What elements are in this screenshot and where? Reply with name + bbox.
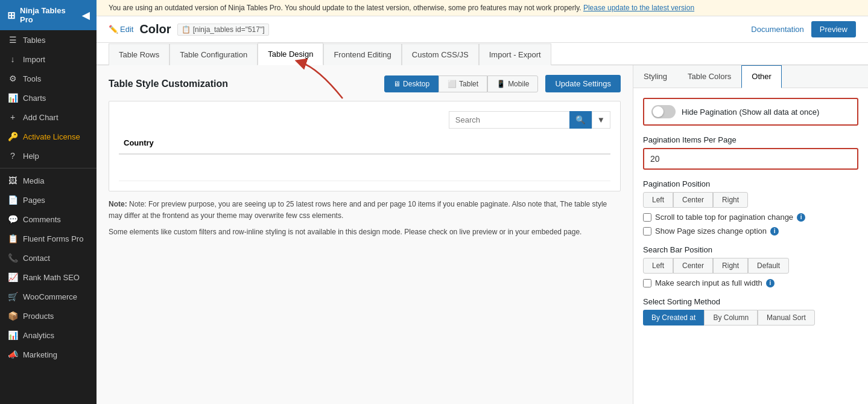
- desktop-button[interactable]: 🖥 Desktop: [384, 75, 439, 92]
- sidebar-item-fluent-forms[interactable]: 📋 Fluent Forms Pro: [0, 229, 97, 248]
- pages-icon: 📄: [7, 195, 18, 205]
- search-right-button[interactable]: Right: [713, 258, 748, 274]
- search-default-button[interactable]: Default: [748, 258, 789, 274]
- tab-table-configuration[interactable]: Table Configuration: [169, 43, 258, 65]
- import-icon: ↓: [7, 54, 18, 64]
- right-panel-tabs: Styling Table Colors Other: [633, 65, 868, 88]
- pagination-items-label: Pagination Items Per Page: [643, 135, 858, 144]
- sidebar-item-contact[interactable]: 📞 Contact: [0, 248, 97, 268]
- edit-pencil-icon: ✏️: [109, 25, 118, 34]
- sidebar-item-comments[interactable]: 💬 Comments: [0, 210, 97, 229]
- notice-bar: You are using an outdated version of Nin…: [97, 0, 868, 16]
- scroll-to-top-info-icon[interactable]: i: [797, 213, 805, 222]
- sidebar-item-charts[interactable]: 📊 Charts: [0, 88, 97, 107]
- add-chart-icon: +: [7, 112, 18, 122]
- sidebar-item-label: Activate License: [23, 132, 80, 141]
- tab-frontend-editing[interactable]: Frontend Editing: [323, 43, 401, 65]
- make-search-full-width-label: Make search input as full width: [655, 278, 762, 287]
- edit-link[interactable]: ✏️ Edit: [109, 25, 133, 34]
- pagination-position-buttons: Left Center Right: [643, 192, 858, 208]
- preview-button[interactable]: Preview: [811, 21, 856, 37]
- update-settings-button[interactable]: Update Settings: [545, 75, 621, 92]
- customization-title: Table Style Customization: [109, 79, 228, 89]
- copy-icon: 📋: [182, 25, 191, 34]
- tablet-icon: ⬜: [448, 80, 457, 88]
- pagination-items-input[interactable]: [643, 148, 858, 170]
- notice-text: You are using an outdated version of Nin…: [109, 4, 581, 12]
- preview-area: 🔍 ▼ Country: [109, 101, 621, 191]
- header-right: Documentation Preview: [751, 21, 856, 37]
- products-icon: 📦: [7, 311, 18, 321]
- notice-link[interactable]: Please update to the latest version: [583, 4, 694, 12]
- sidebar-item-label: Marketing: [23, 350, 57, 359]
- pagination-left-button[interactable]: Left: [643, 192, 673, 208]
- sort-by-column-button[interactable]: By Column: [704, 310, 758, 325]
- pagination-right-button[interactable]: Right: [713, 192, 748, 208]
- sidebar-item-label: Fluent Forms Pro: [23, 234, 83, 243]
- sidebar-item-tools[interactable]: ⚙ Tools: [0, 69, 97, 88]
- license-icon: 🔑: [7, 132, 18, 141]
- tools-icon: ⚙: [7, 74, 18, 83]
- contact-icon: 📞: [7, 253, 18, 263]
- search-button[interactable]: 🔍: [569, 111, 592, 129]
- sidebar-item-label: Tools: [23, 74, 41, 83]
- sort-manual-button[interactable]: Manual Sort: [758, 310, 815, 325]
- hide-pagination-toggle[interactable]: [651, 105, 676, 118]
- search-input[interactable]: [449, 111, 569, 129]
- charts-icon: 📊: [7, 93, 18, 103]
- search-left-button[interactable]: Left: [643, 258, 673, 274]
- scroll-to-top-checkbox[interactable]: [643, 213, 651, 222]
- left-panel: Table Style Customization 🖥 Desktop ⬜ Ta…: [97, 65, 633, 404]
- sidebar-item-tables[interactable]: ☰ Tables: [0, 30, 97, 50]
- rank-math-icon: 📈: [7, 272, 18, 282]
- sidebar-item-add-chart[interactable]: + Add Chart: [0, 107, 97, 127]
- marketing-icon: 📣: [7, 350, 18, 359]
- right-panel: Styling Table Colors Other Hid: [633, 65, 868, 404]
- hide-pagination-setting: Hide Pagination (Show all data at once): [643, 98, 858, 126]
- tab-import-export[interactable]: Import - Export: [479, 43, 551, 65]
- sidebar-item-rank-math[interactable]: 📈 Rank Math SEO: [0, 268, 97, 287]
- sort-by-created-button[interactable]: By Created at: [643, 310, 704, 325]
- sidebar-collapse-icon[interactable]: ◀: [82, 10, 89, 21]
- sidebar-brand[interactable]: ⊞ Ninja Tables Pro ◀: [0, 0, 97, 30]
- mobile-button[interactable]: 📱 Mobile: [487, 75, 538, 92]
- search-dropdown-button[interactable]: ▼: [592, 111, 610, 129]
- sidebar-item-analytics[interactable]: 📊 Analytics: [0, 325, 97, 345]
- ninja-tables-icon: ⊞: [7, 10, 15, 21]
- scroll-to-top-row: Scroll to table top for pagination chang…: [643, 213, 858, 222]
- right-tab-other[interactable]: Other: [741, 65, 782, 88]
- tablet-button[interactable]: ⬜ Tablet: [439, 75, 487, 92]
- make-search-full-width-checkbox[interactable]: [643, 279, 651, 287]
- sidebar-item-label: Help: [23, 152, 39, 161]
- documentation-link[interactable]: Documentation: [751, 25, 803, 34]
- scroll-to-top-label: Scroll to table top for pagination chang…: [655, 213, 793, 222]
- right-tab-styling[interactable]: Styling: [633, 65, 677, 88]
- pagination-center-button[interactable]: Center: [673, 192, 713, 208]
- show-page-sizes-info-icon[interactable]: i: [770, 227, 779, 236]
- make-search-full-width-info-icon[interactable]: i: [766, 279, 775, 287]
- sidebar-item-import[interactable]: ↓ Import: [0, 50, 97, 69]
- sidebar-item-marketing[interactable]: 📣 Marketing: [0, 345, 97, 364]
- right-tab-table-colors[interactable]: Table Colors: [677, 65, 741, 88]
- sidebar-item-label: Comments: [23, 215, 61, 224]
- sidebar-item-media[interactable]: 🖼 Media: [0, 171, 97, 190]
- sidebar-item-pages[interactable]: 📄 Pages: [0, 190, 97, 210]
- sidebar-item-help[interactable]: ? Help: [0, 146, 97, 165]
- notes-area: Note: Note: For preview purpose, you are…: [109, 199, 621, 239]
- tab-table-rows[interactable]: Table Rows: [109, 43, 169, 65]
- sidebar-item-woocommerce[interactable]: 🛒 WooCommerce: [0, 287, 97, 306]
- sidebar-item-label: Rank Math SEO: [23, 273, 80, 282]
- table-header-row: Country: [119, 136, 610, 155]
- show-page-sizes-label: Show Page sizes change option: [655, 226, 767, 236]
- search-position-buttons: Left Center Right Default: [643, 258, 858, 274]
- search-center-button[interactable]: Center: [673, 258, 713, 274]
- show-page-sizes-checkbox[interactable]: [643, 227, 651, 236]
- tab-custom-css-js[interactable]: Custom CSS/JS: [402, 43, 479, 65]
- sidebar-item-products[interactable]: 📦 Products: [0, 306, 97, 325]
- sidebar-item-activate-license[interactable]: 🔑 Activate License: [0, 127, 97, 146]
- header-left: ✏️ Edit Color 📋 [ninja_tables id="517"]: [109, 22, 269, 36]
- hide-pagination-toggle-row: Hide Pagination (Show all data at once): [643, 98, 858, 126]
- sorting-method-label: Select Sorting Method: [643, 297, 858, 306]
- tab-table-design[interactable]: Table Design: [258, 43, 323, 65]
- sidebar-item-label: Products: [23, 312, 54, 321]
